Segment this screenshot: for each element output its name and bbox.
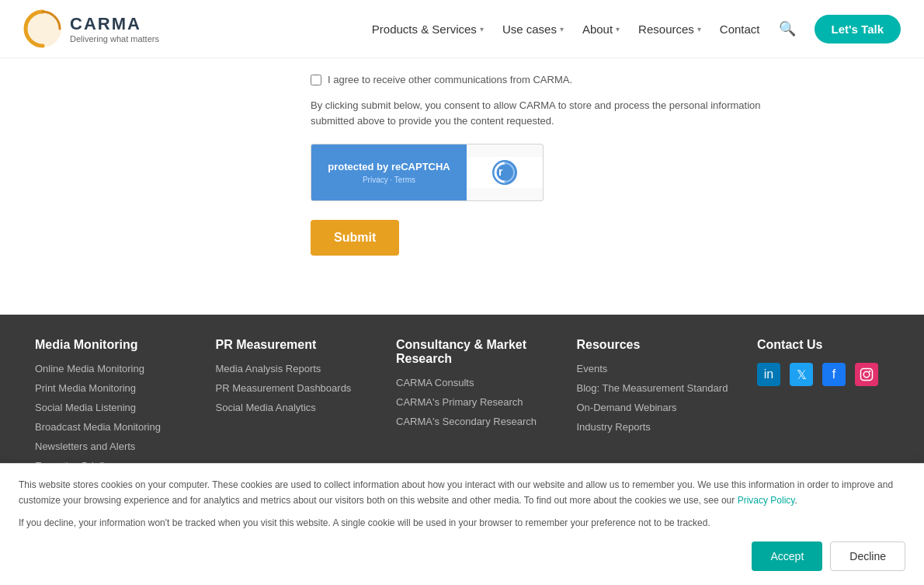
nav-contact[interactable]: Contact: [720, 23, 760, 36]
consent-text: By clicking submit below, you consent to…: [311, 98, 776, 128]
footer-heading-resources: Resources: [577, 338, 735, 352]
nav-use-cases[interactable]: Use cases ▾: [502, 23, 564, 36]
svg-point-4: [869, 371, 870, 372]
checkbox-label: I agree to receive other communications …: [328, 74, 572, 85]
recaptcha-right: r: [467, 157, 543, 188]
footer-heading-media-monitoring: Media Monitoring: [35, 338, 193, 352]
submit-button[interactable]: Submit: [311, 220, 399, 256]
footer-link-broadcast[interactable]: Broadcast Media Monitoring: [35, 421, 193, 433]
search-button[interactable]: 🔍: [779, 20, 796, 37]
footer-col-consultancy: Consultancy & Market Research CARMA Cons…: [384, 338, 565, 479]
logo-tagline: Delivering what matters: [70, 34, 159, 44]
recaptcha-box[interactable]: protected by reCAPTCHA Privacy · Terms r: [311, 144, 544, 201]
footer-link-secondary-research[interactable]: CARMA's Secondary Research: [396, 416, 554, 427]
facebook-icon[interactable]: f: [822, 363, 846, 386]
footer-link-events[interactable]: Events: [577, 363, 735, 374]
carma-logo-icon: [23, 9, 62, 48]
svg-rect-2: [861, 369, 873, 381]
communications-checkbox[interactable]: [311, 75, 321, 85]
footer-link-industry-reports[interactable]: Industry Reports: [577, 421, 735, 433]
footer-link-carma-consults[interactable]: CARMA Consults: [396, 377, 554, 388]
footer-link-online-media[interactable]: Online Media Monitoring: [35, 363, 193, 374]
cookie-accept-button[interactable]: Accept: [752, 541, 822, 571]
chevron-down-icon: ▾: [480, 25, 484, 33]
footer-link-pr-dashboards[interactable]: PR Measurement Dashboards: [216, 382, 373, 394]
cookie-text-secondary: If you decline, your information won't b…: [19, 516, 905, 531]
footer-link-social-listening[interactable]: Social Media Listening: [35, 402, 193, 413]
lets-talk-button[interactable]: Let's Talk: [815, 15, 901, 44]
footer-col-media-monitoring: Media Monitoring Online Media Monitoring…: [23, 338, 204, 479]
recaptcha-logo-icon: r: [489, 157, 520, 188]
cookie-banner: This website stores cookies on your comp…: [0, 463, 924, 585]
chevron-down-icon: ▾: [616, 25, 620, 33]
search-icon: 🔍: [779, 21, 796, 37]
svg-point-3: [863, 371, 870, 378]
logo-area: CARMA Delivering what matters: [23, 9, 159, 48]
nav-products-services[interactable]: Products & Services ▾: [372, 23, 484, 36]
logo-name: CARMA: [70, 14, 159, 34]
footer-link-blog[interactable]: Blog: The Measurement Standard: [577, 382, 735, 394]
footer-heading-contact: Contact Us: [757, 338, 889, 352]
svg-text:r: r: [498, 165, 503, 178]
footer-link-webinars[interactable]: On-Demand Webinars: [577, 402, 735, 413]
footer-heading-pr-measurement: PR Measurement: [216, 338, 373, 352]
cookie-buttons: Accept Decline: [19, 541, 905, 571]
cookie-text-primary: This website stores cookies on your comp…: [19, 478, 905, 507]
footer-col-contact: Contact Us in 𝕏 f: [745, 338, 901, 479]
footer-col-pr-measurement: PR Measurement Media Analysis Reports PR…: [204, 338, 385, 479]
header: CARMA Delivering what matters Products &…: [0, 0, 924, 58]
nav-resources[interactable]: Resources ▾: [638, 23, 701, 36]
chevron-down-icon: ▾: [697, 25, 701, 33]
footer-col-resources: Resources Events Blog: The Measurement S…: [565, 338, 746, 479]
recaptcha-left: protected by reCAPTCHA Privacy · Terms: [311, 145, 467, 200]
social-icons-area: in 𝕏 f: [757, 363, 889, 386]
checkbox-row: I agree to receive other communications …: [311, 74, 776, 85]
footer-link-newsletters[interactable]: Newsletters and Alerts: [35, 440, 193, 452]
linkedin-icon[interactable]: in: [757, 363, 780, 386]
instagram-icon[interactable]: [855, 363, 878, 386]
instagram-svg-icon: [860, 367, 874, 381]
footer-link-print-media[interactable]: Print Media Monitoring: [35, 382, 193, 394]
chevron-down-icon: ▾: [560, 25, 564, 33]
form-section: I agree to receive other communications …: [311, 74, 776, 256]
footer-heading-consultancy: Consultancy & Market Research: [396, 338, 554, 366]
cookie-decline-button[interactable]: Decline: [830, 541, 905, 571]
twitter-icon[interactable]: 𝕏: [790, 363, 813, 386]
logo-text-area: CARMA Delivering what matters: [70, 14, 159, 44]
footer-link-primary-research[interactable]: CARMA's Primary Research: [396, 396, 554, 408]
footer-link-media-analysis[interactable]: Media Analysis Reports: [216, 363, 373, 374]
main-content: I agree to receive other communications …: [0, 58, 924, 315]
footer-link-social-analytics[interactable]: Social Media Analytics: [216, 402, 373, 413]
privacy-policy-link[interactable]: Privacy Policy: [738, 495, 795, 506]
main-nav: Products & Services ▾ Use cases ▾ About …: [372, 15, 901, 44]
nav-about[interactable]: About ▾: [582, 23, 620, 36]
recaptcha-links: Privacy · Terms: [363, 176, 415, 184]
recaptcha-text: protected by reCAPTCHA: [328, 161, 450, 172]
